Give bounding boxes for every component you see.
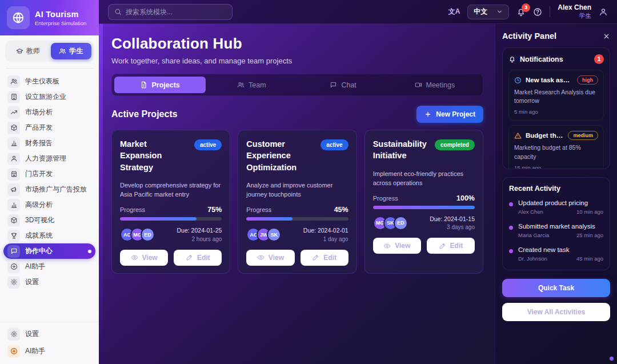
activity-item[interactable]: Created new task Dr. Johnson 45 min ago [509, 246, 603, 262]
sidebar-item-label: 市场推广与广告投放 [25, 185, 87, 194]
progress-label: Progress [246, 206, 271, 213]
activity-item[interactable]: Updated product pricing Alex Chen 10 min… [509, 199, 603, 215]
sidebar-item-label: 高级分析 [25, 200, 53, 210]
chevron-down-icon [496, 9, 503, 15]
sidebar-item-market-analysis[interactable]: 市场分析 [3, 105, 95, 120]
sidebar-footer: 设置 AI助手 [0, 322, 99, 364]
edit-button[interactable]: Edit [301, 250, 348, 266]
building-icon [7, 91, 20, 103]
search-icon [114, 8, 122, 15]
view-all-activities-button[interactable]: View All Activities [502, 303, 610, 321]
language-select[interactable]: 中文 [467, 5, 509, 19]
notifications-button[interactable]: 3 [516, 7, 526, 17]
sidebar-item-label: 设立旅游企业 [25, 92, 66, 102]
tab-team[interactable]: Team [206, 77, 297, 93]
section-title: Active Projects [111, 109, 178, 119]
footer-item-settings[interactable]: 设置 [3, 326, 95, 342]
sidebar-item-label: 学生仪表板 [25, 77, 59, 86]
main-content: Collaboration Hub Work together, share i… [99, 24, 495, 364]
sidebar-item-product-dev[interactable]: 产品开发 [3, 120, 95, 135]
sidebar-item-hr-management[interactable]: 人力资源管理 [3, 151, 95, 166]
edit-button[interactable]: Edit [427, 238, 475, 254]
activity-user: Dr. Johnson [518, 255, 547, 262]
notification-item[interactable]: Budget threshol... medium Marketing budg… [508, 125, 604, 169]
sidebar-item-create-enterprise[interactable]: 设立旅游企业 [3, 89, 95, 105]
topbar-divider [550, 6, 550, 18]
sidebar-nav: 学生仪表板 设立旅游企业 市场分析 产品开发 财务报告 人力资源管理 [0, 71, 99, 322]
notification-item[interactable]: New task assigned high Market Research A… [508, 70, 604, 121]
language-value: 中文 [474, 7, 487, 17]
project-description: Analyze and improve customer journey tou… [246, 181, 348, 199]
view-button[interactable]: View [120, 250, 168, 266]
sidebar-item-label: 成就系统 [25, 231, 53, 241]
activity-panel: Activity Panel Notifications 1 New task … [495, 24, 617, 364]
page-title: Collaboration Hub [111, 35, 483, 53]
sidebar-item-collaboration-hub[interactable]: 协作中心 [3, 243, 95, 259]
user-info: Alex Chen 学生 [558, 3, 591, 19]
warning-icon [514, 132, 522, 139]
chat-icon [330, 81, 337, 89]
view-button[interactable]: View [246, 250, 294, 266]
sidebar-item-store-dev[interactable]: 门店开发 [3, 166, 95, 182]
chat-icon [7, 245, 20, 258]
sidebar-item-settings[interactable]: 设置 [3, 274, 95, 290]
tab-chat[interactable]: Chat [298, 77, 389, 93]
sidebar-item-3d-visualization[interactable]: 3D可视化 [3, 213, 95, 228]
edit-button[interactable]: Edit [174, 250, 222, 266]
activity-item[interactable]: Submitted market analysis Maria Garcia 2… [509, 223, 603, 238]
notification-count-badge: 3 [522, 3, 530, 12]
store-icon [7, 168, 20, 181]
footer-item-label: AI助手 [25, 346, 45, 356]
sidebar-item-achievements[interactable]: 成就系统 [3, 228, 95, 243]
activity-time: 10 min ago [576, 209, 603, 215]
avatar: ED [394, 216, 408, 230]
sidebar-item-financial-report[interactable]: 财务报告 [3, 135, 95, 151]
notification-description: Market Research Analysis due tomorrow [514, 88, 598, 105]
updated-time: 3 days ago [430, 223, 475, 231]
view-button[interactable]: View [373, 238, 421, 254]
cube-icon [7, 122, 20, 134]
sidebar-item-student-dashboard[interactable]: 学生仪表板 [3, 74, 95, 89]
student-toggle-label: 学生 [69, 46, 83, 56]
notification-time: 15 min ago [514, 165, 598, 169]
tab-label: Projects [151, 81, 179, 89]
footer-item-ai-assistant[interactable]: AI助手 [3, 343, 95, 359]
sidebar-item-advanced-analytics[interactable]: 高级分析 [3, 197, 95, 213]
corner-indicator-dot [610, 357, 614, 361]
project-card: Sustainability Initiative completed Impl… [364, 130, 483, 274]
user-menu-button[interactable] [599, 7, 608, 17]
sidebar-item-label: 协作中心 [25, 246, 53, 256]
main-region: 文A 中文 3 Alex Chen 学生 [99, 0, 617, 364]
project-description: Implement eco-friendly practices across … [373, 169, 475, 188]
users-icon [237, 81, 245, 89]
search-input[interactable] [126, 8, 226, 16]
clock-icon [514, 77, 522, 84]
new-project-label: New Project [436, 110, 475, 118]
member-avatars: MG SK ED [373, 216, 408, 230]
new-project-button[interactable]: New Project [416, 106, 483, 123]
notifications-card: Notifications 1 New task assigned high M… [502, 47, 610, 169]
translate-icon[interactable]: 文A [448, 7, 460, 17]
eye-icon [131, 254, 138, 261]
tab-meetings[interactable]: Meetings [389, 77, 480, 93]
help-button[interactable] [533, 7, 542, 17]
sidebar-divider [6, 68, 93, 69]
teacher-toggle-button[interactable]: 教师 [7, 43, 49, 59]
sidebar-item-ai-assistant[interactable]: AI助手 [3, 259, 95, 274]
priority-badge: medium [568, 131, 598, 140]
project-description: Develop comprehensive strategy for Asia … [120, 181, 222, 199]
notification-time: 5 min ago [514, 109, 598, 115]
quick-task-button[interactable]: Quick Task [502, 279, 610, 297]
search-box [108, 4, 233, 20]
sidebar-item-marketing[interactable]: 市场推广与广告投放 [3, 182, 95, 197]
tabbar: Projects Team Chat Meetings [111, 74, 483, 96]
megaphone-icon [7, 183, 20, 196]
sidebar: AI Tourism Enterprise Simulation 教师 学生 学… [0, 0, 99, 364]
student-toggle-button[interactable]: 学生 [51, 43, 92, 59]
tab-projects[interactable]: Projects [114, 77, 206, 93]
page-subtitle: Work together, share ideas, and manage t… [111, 57, 483, 65]
close-icon[interactable] [603, 33, 610, 40]
project-title: Sustainability Initiative [373, 138, 430, 162]
updated-time: 1 day ago [303, 235, 348, 243]
trend-icon [7, 106, 20, 119]
